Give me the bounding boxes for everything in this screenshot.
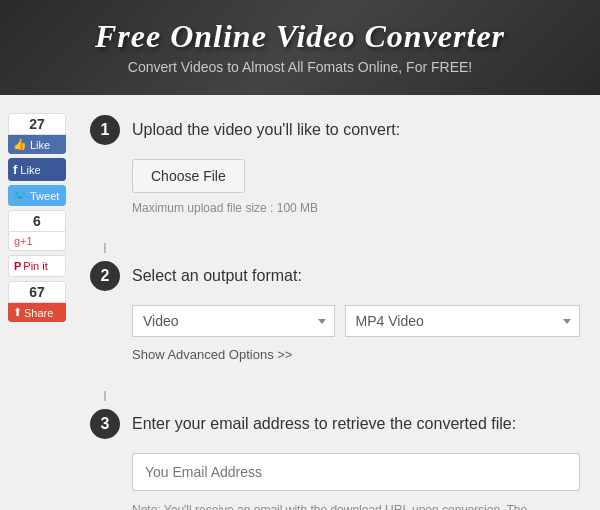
twitter-icon: 🐦: [13, 189, 27, 202]
like-widget: 27 👍 Like: [8, 113, 66, 154]
format-type-select[interactable]: MP4 Video AVI Video MOV Video FLV Video …: [345, 305, 580, 337]
thumbs-up-icon: 👍: [13, 138, 27, 151]
pinterest-button[interactable]: P Pin it: [8, 255, 66, 277]
step-divider-1: [104, 243, 580, 253]
step-1: 1 Upload the video you'll like to conver…: [90, 115, 580, 243]
page-title: Free Online Video Converter: [20, 18, 580, 55]
gplus-widget: 6 g+1: [8, 210, 66, 251]
file-size-note: Maximum upload file size : 100 MB: [132, 201, 580, 215]
like-label: Like: [30, 139, 50, 151]
step-1-label: Upload the video you'll like to convert:: [132, 121, 400, 139]
share-widget: 67 ⬆ Share: [8, 281, 66, 322]
step-3: 3 Enter your email address to retrieve t…: [90, 409, 580, 510]
twitter-widget: 🐦 Tweet: [8, 185, 66, 206]
share-button[interactable]: ⬆ Share: [8, 303, 66, 322]
page-subtitle: Convert Videos to Almost All Fomats Onli…: [20, 59, 580, 75]
step-1-content: Choose File Maximum upload file size : 1…: [90, 159, 580, 225]
step-1-header: 1 Upload the video you'll like to conver…: [90, 115, 580, 145]
share-icon: ⬆: [13, 306, 22, 319]
facebook-widget: f Like: [8, 158, 66, 181]
pinterest-widget: P Pin it: [8, 255, 66, 277]
step-divider-2: [104, 391, 580, 401]
like-count: 27: [8, 113, 66, 135]
format-video-select[interactable]: Video Audio Device: [132, 305, 335, 337]
share-label: Share: [24, 307, 53, 319]
pinterest-label: Pin it: [23, 260, 47, 272]
facebook-icon: f: [13, 162, 17, 177]
facebook-like-label: Like: [20, 164, 40, 176]
step-3-label: Enter your email address to retrieve the…: [132, 415, 516, 433]
step-2: 2 Select an output format: Video Audio D…: [90, 261, 580, 391]
step-1-number: 1: [90, 115, 120, 145]
twitter-label: Tweet: [30, 190, 59, 202]
main-content: 27 👍 Like f Like 🐦 Tweet 6 g+1: [0, 95, 600, 510]
format-row: Video Audio Device MP4 Video AVI Video M…: [132, 305, 580, 337]
pinterest-icon: P: [14, 260, 21, 272]
facebook-like-button[interactable]: f Like: [8, 158, 66, 181]
step-3-number: 3: [90, 409, 120, 439]
gplus-button[interactable]: g+1: [8, 232, 66, 251]
share-count: 67: [8, 281, 66, 303]
step-2-number: 2: [90, 261, 120, 291]
step-3-header: 3 Enter your email address to retrieve t…: [90, 409, 580, 439]
steps-container: 1 Upload the video you'll like to conver…: [90, 115, 580, 510]
advanced-options-link[interactable]: Show Advanced Options >>: [132, 347, 292, 362]
step-2-content: Video Audio Device MP4 Video AVI Video M…: [90, 305, 580, 373]
step-2-label: Select an output format:: [132, 267, 302, 285]
email-input[interactable]: [132, 453, 580, 491]
twitter-button[interactable]: 🐦 Tweet: [8, 185, 66, 206]
page-header: Free Online Video Converter Convert Vide…: [0, 0, 600, 95]
email-note: Note: You'll receive an email with the d…: [132, 501, 580, 510]
choose-file-button[interactable]: Choose File: [132, 159, 245, 193]
gplus-label: g+1: [14, 235, 33, 247]
like-button[interactable]: 👍 Like: [8, 135, 66, 154]
step-3-content: Note: You'll receive an email with the d…: [90, 453, 580, 510]
social-sidebar: 27 👍 Like f Like 🐦 Tweet 6 g+1: [8, 113, 76, 326]
step-2-header: 2 Select an output format:: [90, 261, 580, 291]
gplus-count: 6: [8, 210, 66, 232]
